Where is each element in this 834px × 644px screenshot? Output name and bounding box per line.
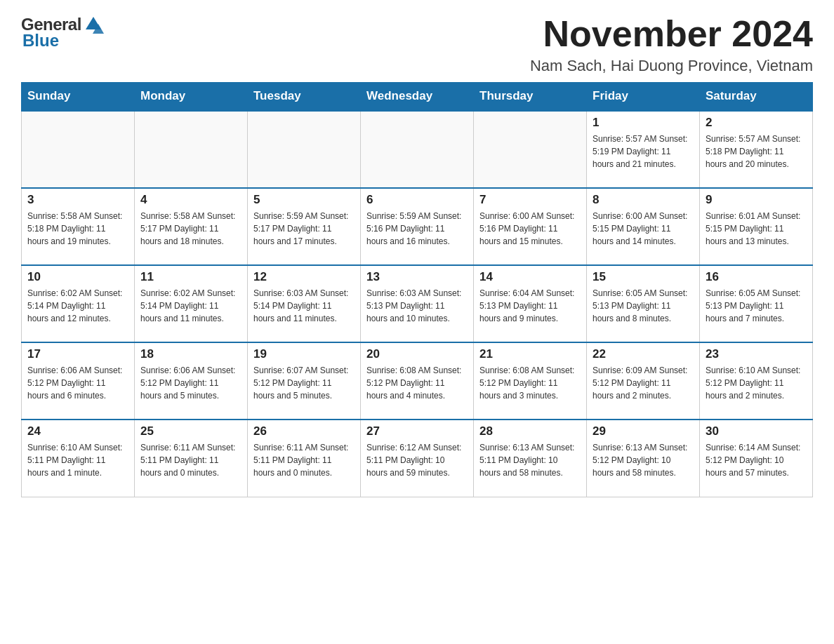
calendar-cell: 14Sunrise: 6:04 AM Sunset: 5:13 PM Dayli…	[474, 265, 587, 342]
day-number: 15	[593, 270, 694, 284]
day-number: 19	[253, 347, 355, 361]
day-number: 5	[253, 193, 355, 207]
calendar-cell	[361, 111, 474, 188]
day-info: Sunrise: 6:01 AM Sunset: 5:15 PM Dayligh…	[706, 210, 807, 248]
day-number: 27	[366, 424, 468, 438]
logo-blue-text: Blue	[22, 31, 59, 51]
calendar-cell: 22Sunrise: 6:09 AM Sunset: 5:12 PM Dayli…	[587, 342, 700, 420]
day-info: Sunrise: 6:08 AM Sunset: 5:12 PM Dayligh…	[366, 364, 468, 402]
calendar-week-row: 3Sunrise: 5:58 AM Sunset: 5:18 PM Daylig…	[22, 188, 813, 265]
day-number: 26	[253, 424, 355, 438]
day-info: Sunrise: 6:12 AM Sunset: 5:11 PM Dayligh…	[366, 441, 468, 479]
day-number: 4	[140, 193, 241, 207]
day-info: Sunrise: 6:09 AM Sunset: 5:12 PM Dayligh…	[593, 364, 694, 402]
day-number: 2	[706, 116, 807, 130]
day-number: 28	[479, 424, 581, 438]
day-info: Sunrise: 5:58 AM Sunset: 5:18 PM Dayligh…	[27, 210, 128, 248]
calendar-cell: 5Sunrise: 5:59 AM Sunset: 5:17 PM Daylig…	[248, 188, 361, 265]
day-info: Sunrise: 6:03 AM Sunset: 5:14 PM Dayligh…	[253, 287, 355, 325]
calendar-cell: 27Sunrise: 6:12 AM Sunset: 5:11 PM Dayli…	[361, 420, 474, 497]
day-info: Sunrise: 6:06 AM Sunset: 5:12 PM Dayligh…	[27, 364, 128, 402]
day-info: Sunrise: 6:00 AM Sunset: 5:15 PM Dayligh…	[593, 210, 694, 248]
day-number: 23	[706, 347, 807, 361]
weekday-header-row: SundayMondayTuesdayWednesdayThursdayFrid…	[22, 82, 813, 111]
day-number: 9	[706, 193, 807, 207]
calendar-cell: 19Sunrise: 6:07 AM Sunset: 5:12 PM Dayli…	[248, 342, 361, 420]
day-number: 18	[140, 347, 241, 361]
day-info: Sunrise: 5:59 AM Sunset: 5:17 PM Dayligh…	[253, 210, 355, 248]
calendar-cell: 24Sunrise: 6:10 AM Sunset: 5:11 PM Dayli…	[22, 420, 135, 497]
location-title: Nam Sach, Hai Duong Province, Vietnam	[530, 57, 813, 75]
day-info: Sunrise: 6:10 AM Sunset: 5:12 PM Dayligh…	[706, 364, 807, 402]
calendar-cell	[22, 111, 135, 188]
day-info: Sunrise: 6:08 AM Sunset: 5:12 PM Dayligh…	[479, 364, 581, 402]
day-info: Sunrise: 6:03 AM Sunset: 5:13 PM Dayligh…	[366, 287, 468, 325]
day-info: Sunrise: 5:58 AM Sunset: 5:17 PM Dayligh…	[140, 210, 241, 248]
day-number: 6	[366, 193, 468, 207]
logo: General Blue	[21, 14, 105, 51]
day-info: Sunrise: 5:57 AM Sunset: 5:19 PM Dayligh…	[593, 133, 694, 170]
calendar-cell: 21Sunrise: 6:08 AM Sunset: 5:12 PM Dayli…	[474, 342, 587, 420]
day-number: 17	[27, 347, 128, 361]
calendar-cell	[474, 111, 587, 188]
day-number: 20	[366, 347, 468, 361]
weekday-header-thursday: Thursday	[474, 82, 587, 111]
calendar-cell	[248, 111, 361, 188]
calendar-cell: 17Sunrise: 6:06 AM Sunset: 5:12 PM Dayli…	[22, 342, 135, 420]
calendar-cell: 30Sunrise: 6:14 AM Sunset: 5:12 PM Dayli…	[700, 420, 813, 497]
day-info: Sunrise: 6:05 AM Sunset: 5:13 PM Dayligh…	[593, 287, 694, 325]
day-info: Sunrise: 6:04 AM Sunset: 5:13 PM Dayligh…	[479, 287, 581, 325]
calendar-week-row: 1Sunrise: 5:57 AM Sunset: 5:19 PM Daylig…	[22, 111, 813, 188]
day-number: 10	[27, 270, 128, 284]
day-info: Sunrise: 6:00 AM Sunset: 5:16 PM Dayligh…	[479, 210, 581, 248]
calendar-cell: 1Sunrise: 5:57 AM Sunset: 5:19 PM Daylig…	[587, 111, 700, 188]
calendar-cell: 12Sunrise: 6:03 AM Sunset: 5:14 PM Dayli…	[248, 265, 361, 342]
calendar-cell: 3Sunrise: 5:58 AM Sunset: 5:18 PM Daylig…	[22, 188, 135, 265]
weekday-header-sunday: Sunday	[22, 82, 135, 111]
day-info: Sunrise: 6:10 AM Sunset: 5:11 PM Dayligh…	[27, 441, 128, 479]
day-info: Sunrise: 6:11 AM Sunset: 5:11 PM Dayligh…	[140, 441, 241, 479]
day-number: 24	[27, 424, 128, 438]
day-number: 12	[253, 270, 355, 284]
day-number: 7	[479, 193, 581, 207]
day-number: 25	[140, 424, 241, 438]
day-info: Sunrise: 6:13 AM Sunset: 5:12 PM Dayligh…	[593, 441, 694, 479]
calendar-week-row: 10Sunrise: 6:02 AM Sunset: 5:14 PM Dayli…	[22, 265, 813, 342]
weekday-header-friday: Friday	[587, 82, 700, 111]
calendar-cell: 11Sunrise: 6:02 AM Sunset: 5:14 PM Dayli…	[135, 265, 248, 342]
weekday-header-monday: Monday	[135, 82, 248, 111]
day-number: 30	[706, 424, 807, 438]
day-number: 29	[593, 424, 694, 438]
weekday-header-wednesday: Wednesday	[361, 82, 474, 111]
logo-icon	[83, 14, 104, 35]
calendar-cell: 29Sunrise: 6:13 AM Sunset: 5:12 PM Dayli…	[587, 420, 700, 497]
day-info: Sunrise: 6:02 AM Sunset: 5:14 PM Dayligh…	[140, 287, 241, 325]
day-info: Sunrise: 6:05 AM Sunset: 5:13 PM Dayligh…	[706, 287, 807, 325]
calendar-week-row: 17Sunrise: 6:06 AM Sunset: 5:12 PM Dayli…	[22, 342, 813, 420]
calendar-table: SundayMondayTuesdayWednesdayThursdayFrid…	[21, 82, 813, 497]
day-info: Sunrise: 5:59 AM Sunset: 5:16 PM Dayligh…	[366, 210, 468, 248]
month-title: November 2024	[530, 14, 813, 54]
calendar-cell: 26Sunrise: 6:11 AM Sunset: 5:11 PM Dayli…	[248, 420, 361, 497]
weekday-header-saturday: Saturday	[700, 82, 813, 111]
day-info: Sunrise: 6:13 AM Sunset: 5:11 PM Dayligh…	[479, 441, 581, 479]
calendar-cell: 16Sunrise: 6:05 AM Sunset: 5:13 PM Dayli…	[700, 265, 813, 342]
day-number: 8	[593, 193, 694, 207]
calendar-cell: 8Sunrise: 6:00 AM Sunset: 5:15 PM Daylig…	[587, 188, 700, 265]
calendar-cell: 9Sunrise: 6:01 AM Sunset: 5:15 PM Daylig…	[700, 188, 813, 265]
day-number: 14	[479, 270, 581, 284]
calendar-cell: 2Sunrise: 5:57 AM Sunset: 5:18 PM Daylig…	[700, 111, 813, 188]
page-header: General Blue November 2024 Nam Sach, Hai…	[21, 14, 813, 75]
day-number: 22	[593, 347, 694, 361]
day-number: 16	[706, 270, 807, 284]
calendar-cell: 28Sunrise: 6:13 AM Sunset: 5:11 PM Dayli…	[474, 420, 587, 497]
calendar-cell: 6Sunrise: 5:59 AM Sunset: 5:16 PM Daylig…	[361, 188, 474, 265]
calendar-cell: 25Sunrise: 6:11 AM Sunset: 5:11 PM Dayli…	[135, 420, 248, 497]
calendar-cell: 18Sunrise: 6:06 AM Sunset: 5:12 PM Dayli…	[135, 342, 248, 420]
day-info: Sunrise: 5:57 AM Sunset: 5:18 PM Dayligh…	[706, 133, 807, 170]
day-info: Sunrise: 6:07 AM Sunset: 5:12 PM Dayligh…	[253, 364, 355, 402]
calendar-cell	[135, 111, 248, 188]
calendar-week-row: 24Sunrise: 6:10 AM Sunset: 5:11 PM Dayli…	[22, 420, 813, 497]
calendar-cell: 23Sunrise: 6:10 AM Sunset: 5:12 PM Dayli…	[700, 342, 813, 420]
day-number: 3	[27, 193, 128, 207]
